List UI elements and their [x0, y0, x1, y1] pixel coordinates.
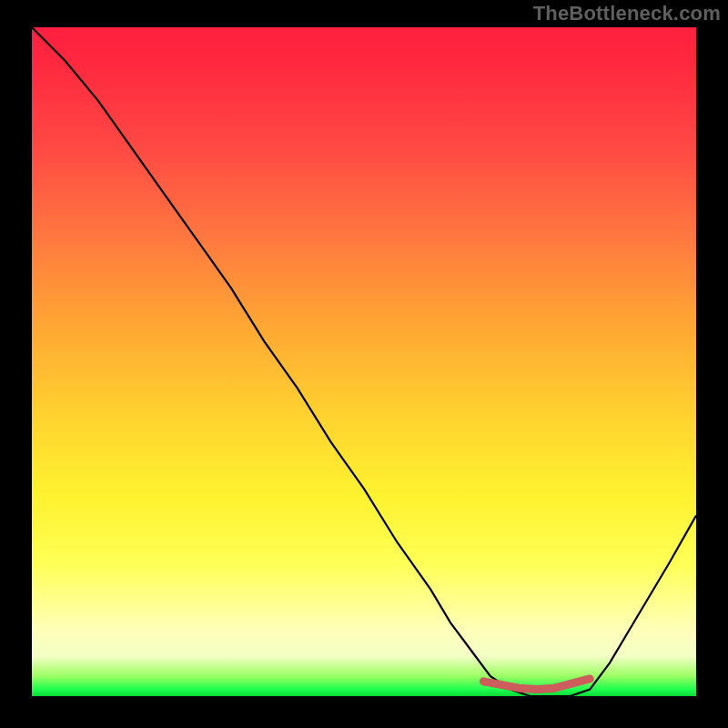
highlight-segment — [483, 679, 590, 690]
chart-frame: TheBottleneck.com — [0, 0, 728, 728]
curve-layer — [0, 0, 728, 728]
bottleneck-curve — [32, 27, 696, 696]
